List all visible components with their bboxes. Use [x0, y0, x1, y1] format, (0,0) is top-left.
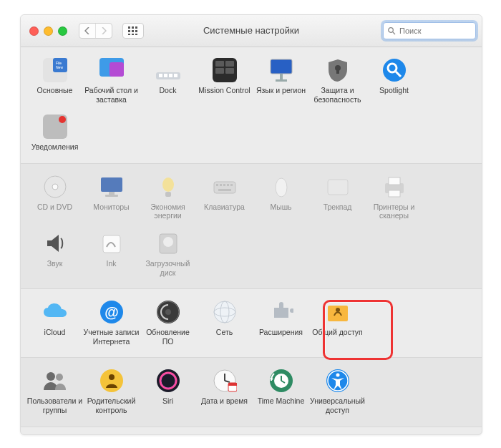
sound-icon — [42, 230, 68, 256]
svg-rect-19 — [164, 74, 167, 77]
siri-icon — [155, 368, 181, 394]
accessibility-icon — [325, 368, 351, 394]
section-internet: iCloud @ Учетные записи Интернета Обновл… — [21, 289, 482, 358]
pref-trackpad[interactable]: Трекпад — [309, 171, 366, 228]
pref-sound[interactable]: Звук — [26, 228, 83, 284]
pref-label: Родительский контроль — [83, 396, 140, 414]
svg-point-65 — [214, 301, 235, 323]
icloud-icon — [42, 299, 68, 325]
pref-label: iCloud — [44, 328, 66, 337]
svg-line-10 — [393, 32, 395, 34]
mission-control-icon — [212, 57, 238, 83]
svg-rect-49 — [227, 184, 229, 186]
pref-startup-disk[interactable]: Загрузочный диск — [140, 228, 196, 284]
system-preferences-window: Системные настройки FileNew Основные Раб… — [20, 14, 482, 435]
pref-time-machine[interactable]: Time Machine — [253, 365, 309, 422]
pref-software-update[interactable]: Обновление ПО — [140, 296, 196, 353]
close-button[interactable] — [29, 26, 39, 36]
pref-general[interactable]: FileNew Основные — [26, 54, 83, 111]
pref-label: Звук — [47, 259, 63, 268]
pref-keyboard[interactable]: Клавиатура — [196, 171, 253, 228]
pref-date-time[interactable]: Дата и время — [196, 365, 253, 422]
svg-rect-42 — [105, 195, 118, 197]
svg-rect-56 — [389, 190, 400, 197]
time-machine-icon — [268, 368, 294, 394]
pref-accessibility[interactable]: Универсальный доступ — [309, 365, 366, 422]
date-time-icon — [212, 368, 238, 394]
minimize-button[interactable] — [44, 26, 53, 36]
search-field[interactable] — [383, 22, 476, 39]
svg-point-87 — [336, 374, 339, 377]
pref-security[interactable]: Защита и безопасность — [309, 54, 366, 111]
cd-dvd-icon — [42, 174, 68, 200]
svg-rect-24 — [225, 61, 234, 67]
svg-rect-53 — [328, 180, 348, 195]
pref-label: Дата и время — [201, 396, 248, 406]
pref-energy[interactable]: Экономия энергии — [140, 171, 196, 228]
svg-text:@: @ — [104, 304, 119, 320]
ink-icon — [99, 230, 125, 256]
pref-label: CD и DVD — [37, 203, 72, 212]
pref-siri[interactable]: Siri — [140, 365, 196, 422]
pref-dock[interactable]: Dock — [140, 54, 196, 111]
svg-rect-25 — [215, 68, 224, 74]
svg-rect-57 — [103, 235, 120, 253]
pref-cd-dvd[interactable]: CD и DVD — [26, 171, 83, 228]
pref-extensions[interactable]: Расширения — [253, 296, 309, 353]
extensions-icon — [268, 299, 294, 325]
section-personal: FileNew Основные Рабочий стол и заставка… — [21, 47, 482, 164]
svg-point-52 — [276, 178, 287, 197]
pref-label: Spotlight — [379, 86, 409, 95]
show-all-button[interactable] — [122, 23, 144, 39]
language-icon — [268, 57, 294, 83]
pref-label: Пользователи и группы — [26, 396, 83, 414]
pref-label: Загрузочный диск — [140, 259, 196, 277]
pref-label: Мониторы — [93, 203, 129, 212]
pref-displays[interactable]: Мониторы — [83, 171, 140, 228]
svg-point-37 — [59, 116, 66, 123]
pref-mouse[interactable]: Мышь — [253, 171, 309, 228]
mouse-icon — [268, 174, 294, 200]
svg-rect-29 — [280, 74, 283, 80]
svg-rect-0 — [128, 26, 130, 29]
search-input[interactable] — [398, 26, 472, 36]
svg-rect-44 — [165, 192, 171, 197]
pref-printers[interactable]: Принтеры и сканеры — [366, 171, 422, 228]
pref-sharing[interactable]: Общий доступ — [309, 296, 366, 353]
pref-mission-control[interactable]: Mission Control — [196, 54, 253, 111]
spotlight-icon — [381, 57, 407, 83]
nav-forward-button[interactable] — [95, 24, 112, 38]
printers-icon — [381, 174, 407, 200]
notifications-icon — [42, 114, 68, 140]
pref-label: Уведомления — [31, 142, 79, 152]
svg-rect-16 — [110, 62, 124, 77]
pref-label: Язык и регион — [256, 86, 306, 95]
pref-internet-accounts[interactable]: @ Учетные записи Интернета — [83, 296, 140, 353]
pref-network[interactable]: Сеть — [196, 296, 253, 353]
pref-parental[interactable]: Родительский контроль — [83, 365, 140, 422]
svg-text:New: New — [56, 65, 63, 69]
svg-rect-7 — [132, 34, 134, 35]
pref-users-groups[interactable]: Пользователи и группы — [26, 365, 83, 422]
pref-language[interactable]: Язык и регион — [253, 54, 309, 111]
pref-label: Mission Control — [198, 86, 250, 95]
pref-label: Универсальный доступ — [309, 396, 366, 414]
svg-rect-50 — [230, 184, 233, 186]
pref-ntfs[interactable]: NTFS for Mac — [26, 434, 83, 435]
zoom-button[interactable] — [58, 26, 67, 36]
svg-point-70 — [47, 372, 55, 381]
internet-accounts-icon: @ — [99, 299, 125, 325]
pref-icloud[interactable]: iCloud — [26, 296, 83, 353]
svg-rect-20 — [169, 74, 172, 77]
pref-spotlight[interactable]: Spotlight — [366, 54, 422, 111]
svg-rect-55 — [389, 177, 400, 185]
general-icon: FileNew — [42, 57, 68, 83]
section-hardware: CD и DVD Мониторы Экономия энергии Клави… — [21, 164, 482, 289]
svg-rect-47 — [220, 184, 222, 186]
pref-notifications[interactable]: Уведомления — [26, 111, 83, 159]
pref-ink[interactable]: Ink — [83, 228, 140, 284]
pref-desktop[interactable]: Рабочий стол и заставка — [83, 54, 140, 111]
nav-back-button[interactable] — [79, 24, 95, 38]
pref-label: Клавиатура — [204, 203, 245, 212]
pref-label: Защита и безопасность — [309, 86, 366, 104]
